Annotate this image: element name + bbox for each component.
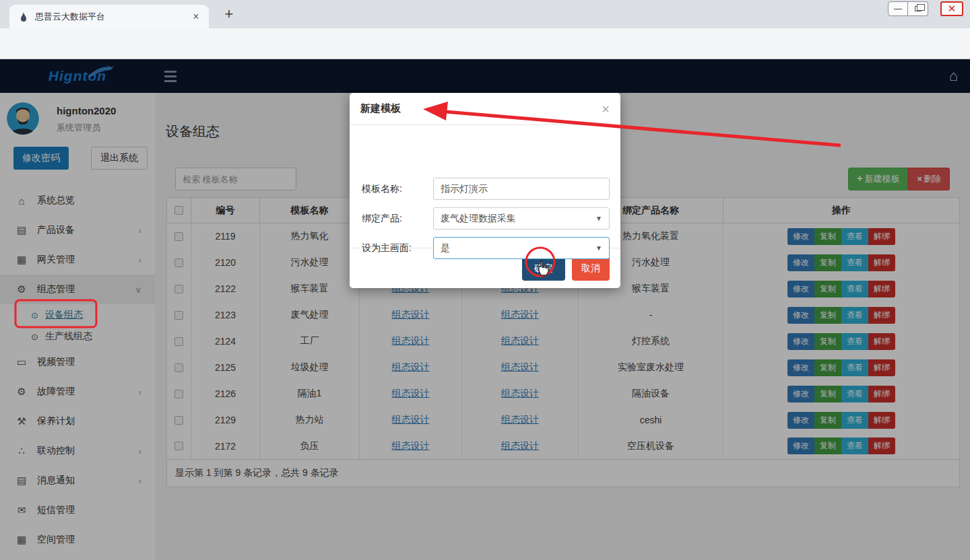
browser-tabstrip: 思普云大数据平台 × + — ✕ [0,0,970,28]
close-button[interactable]: ✕ [940,1,963,16]
main-screen-select[interactable]: 是 ▼ [433,237,610,259]
main-screen-label: 设为主画面: [362,242,412,254]
browser-tab[interactable]: 思普云大数据平台 × [9,5,209,28]
restore-button[interactable] [908,1,928,16]
new-template-modal: 新建模板 × 模板名称: 绑定产品: 废气处理数据采集 ▼ 设为主画面: 是 ▼… [350,93,620,288]
new-tab-button[interactable]: + [220,5,238,24]
template-name-input[interactable] [441,184,602,195]
browser-toolbar: ← → ↻ 不安全 | iot.idosp.net /admin/index.h… [0,28,970,59]
modal-close-icon[interactable]: × [602,102,610,116]
bind-product-label: 绑定产品: [362,213,402,225]
bind-product-select[interactable]: 废气处理数据采集 ▼ [433,207,610,230]
template-name-label: 模板名称: [362,183,402,195]
chevron-down-icon: ▼ [595,244,602,252]
cancel-button[interactable]: 取消 [572,256,610,281]
confirm-button[interactable]: 确定 [522,256,565,281]
minimize-button[interactable]: — [888,1,908,16]
template-name-field[interactable] [433,178,610,200]
tab-title: 思普云大数据平台 [35,11,190,23]
favicon-drop-icon [19,11,28,22]
chevron-down-icon: ▼ [595,215,602,222]
tab-close-icon[interactable]: × [190,11,202,23]
modal-title: 新建模板 [360,102,401,115]
window-controls: — ✕ [888,1,963,16]
